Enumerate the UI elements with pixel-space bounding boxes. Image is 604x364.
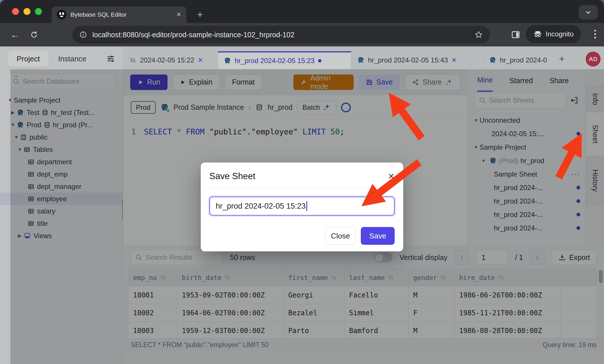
minimize-window-button[interactable] — [24, 8, 30, 15]
browser-navbar: ← → localhost:8080/sql-editor/prod-sampl… — [0, 23, 604, 46]
bookmark-star-icon[interactable] — [474, 30, 483, 39]
save-sheet-modal: Save Sheet ✕ hr_prod 2024-02-05 15:23 Cl… — [201, 163, 403, 251]
modal-divider — [209, 188, 395, 189]
browser-window: Bytebase SQL Editor ✕ + ← → localhost:80… — [0, 0, 604, 364]
zoom-window-button[interactable] — [35, 8, 42, 15]
incognito-label: Incognito — [546, 30, 574, 38]
back-icon[interactable]: ← — [10, 30, 20, 40]
reload-icon[interactable] — [30, 30, 38, 39]
close-icon[interactable]: ✕ — [388, 172, 395, 181]
bytebase-favicon-icon — [57, 10, 67, 19]
modal-title: Save Sheet — [209, 171, 255, 181]
close-button[interactable]: Close — [325, 227, 356, 245]
browser-tab-title: Bytebase SQL Editor — [71, 11, 172, 18]
browser-menu-icon[interactable] — [594, 30, 596, 32]
browser-tab[interactable]: Bytebase SQL Editor ✕ — [52, 6, 186, 23]
site-info-icon[interactable] — [79, 31, 87, 39]
incognito-icon — [533, 30, 542, 39]
close-window-button[interactable] — [12, 8, 19, 15]
incognito-badge: Incognito — [526, 25, 581, 43]
sheet-name-value: hr_prod 2024-02-05 15:23 — [216, 202, 306, 211]
tab-search-button[interactable] — [579, 5, 598, 19]
text-caret — [306, 201, 307, 211]
titlebar: Bytebase SQL Editor ✕ + — [0, 0, 604, 23]
close-tab-icon[interactable]: ✕ — [176, 11, 181, 18]
side-panel-icon[interactable] — [511, 30, 520, 39]
sheet-name-input[interactable]: hr_prod 2024-02-05 15:23 — [209, 197, 395, 216]
url-text[interactable]: localhost:8080/sql-editor/prod-sample-in… — [92, 31, 469, 39]
save-button[interactable]: Save — [361, 227, 395, 245]
address-bar[interactable]: localhost:8080/sql-editor/prod-sample-in… — [72, 26, 490, 44]
new-tab-button[interactable]: + — [197, 10, 203, 19]
